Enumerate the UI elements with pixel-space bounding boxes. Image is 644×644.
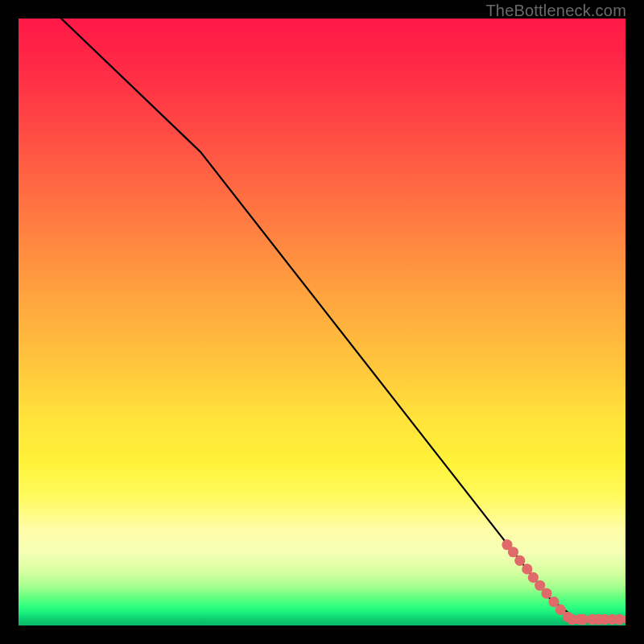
marker-point	[623, 614, 625, 625]
curve-line	[55, 19, 625, 619]
curve-path	[55, 19, 625, 619]
marker-point	[514, 555, 525, 566]
marker-point	[578, 614, 588, 625]
marker-point	[522, 564, 532, 574]
scatter-markers	[502, 539, 625, 625]
marker-point	[541, 588, 551, 598]
marker-point	[508, 547, 518, 557]
marker-point	[614, 614, 625, 625]
watermark-text: TheBottleneck.com	[485, 2, 626, 20]
chart-area	[19, 19, 625, 625]
chart-svg	[19, 19, 625, 625]
